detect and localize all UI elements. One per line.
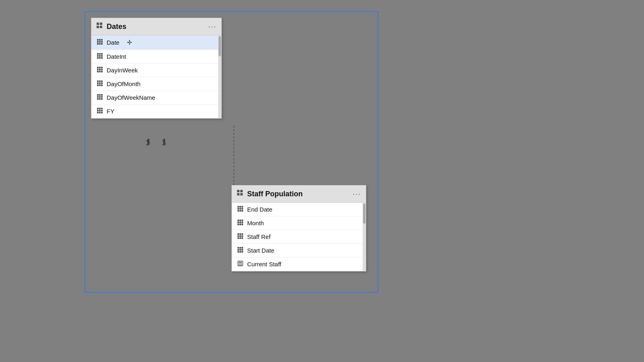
staff-grid-icon — [237, 189, 244, 198]
svg-rect-67 — [240, 193, 243, 195]
svg-rect-71 — [237, 208, 239, 210]
svg-rect-100 — [242, 249, 243, 251]
staff-card-header[interactable]: Staff Population ··· — [232, 185, 366, 203]
svg-rect-39 — [101, 80, 103, 82]
date-icon — [97, 39, 103, 46]
svg-rect-56 — [99, 108, 101, 109]
staff-field-enddate[interactable]: End Date — [232, 203, 366, 216]
svg-rect-105 — [239, 262, 242, 263]
svg-rect-75 — [239, 210, 241, 212]
dates-card-header[interactable]: Dates ··· — [91, 18, 221, 35]
dates-scroll-thumb — [219, 36, 221, 56]
svg-rect-48 — [101, 94, 103, 96]
svg-rect-45 — [101, 84, 103, 86]
svg-rect-64 — [237, 190, 239, 192]
svg-rect-62 — [99, 112, 101, 113]
svg-rect-34 — [97, 71, 99, 72]
svg-rect-87 — [239, 233, 241, 235]
dates-field-date-label: Date — [107, 39, 120, 46]
svg-rect-82 — [242, 222, 243, 223]
svg-rect-69 — [239, 206, 241, 208]
staff-field-startdate[interactable]: Start Date — [232, 244, 366, 257]
dates-field-dateint[interactable]: DateInt — [91, 50, 221, 64]
svg-rect-89 — [237, 235, 239, 237]
svg-rect-11 — [99, 39, 101, 41]
staff-field-month-label: Month — [247, 220, 264, 226]
svg-rect-14 — [99, 41, 101, 43]
svg-rect-90 — [239, 235, 241, 237]
svg-rect-32 — [99, 69, 101, 70]
svg-rect-35 — [99, 71, 101, 72]
svg-rect-16 — [97, 43, 99, 45]
dates-card-body: Date ✛ DateInt DayInWeek — [91, 35, 221, 118]
svg-rect-25 — [97, 57, 99, 59]
dates-scrollbar[interactable] — [218, 35, 221, 118]
svg-rect-78 — [239, 220, 241, 221]
dates-field-date[interactable]: Date ✛ — [91, 35, 221, 50]
relation-number-left: 1 — [146, 139, 150, 147]
svg-rect-43 — [97, 84, 99, 86]
svg-rect-72 — [239, 208, 241, 210]
svg-rect-102 — [239, 251, 241, 253]
svg-rect-98 — [237, 249, 239, 251]
svg-rect-51 — [101, 96, 103, 98]
svg-rect-54 — [101, 98, 103, 100]
svg-rect-18 — [101, 43, 103, 45]
dates-field-fy[interactable]: FY — [91, 105, 221, 118]
svg-rect-53 — [99, 98, 101, 100]
svg-rect-21 — [101, 53, 103, 55]
fy-icon — [97, 108, 103, 115]
staff-field-staffref[interactable]: Staff Ref — [232, 230, 366, 244]
staff-population-card: Staff Population ··· End Date Month — [231, 185, 366, 272]
svg-rect-81 — [239, 222, 241, 223]
dates-card-more-button[interactable]: ··· — [208, 23, 217, 31]
svg-rect-66 — [237, 193, 239, 195]
svg-rect-86 — [237, 233, 239, 235]
svg-rect-92 — [237, 237, 239, 239]
staff-card-more-button[interactable]: ··· — [353, 190, 361, 198]
canvas-selection-area: * * * 1 1 — [85, 11, 378, 293]
svg-rect-70 — [242, 206, 243, 208]
svg-rect-61 — [97, 112, 99, 113]
svg-rect-110 — [240, 265, 241, 265]
svg-rect-106 — [239, 263, 239, 264]
svg-rect-7 — [100, 23, 102, 25]
staff-scroll-thumb — [363, 204, 365, 224]
svg-rect-55 — [97, 108, 99, 109]
svg-rect-97 — [242, 247, 243, 249]
staff-field-currentstaff[interactable]: Current Staff — [232, 257, 366, 271]
svg-rect-19 — [97, 53, 99, 55]
svg-rect-99 — [239, 249, 241, 251]
dates-field-dayofmonth[interactable]: DayOfMonth — [91, 77, 221, 91]
dayofweekname-icon — [97, 94, 103, 101]
month-icon — [237, 220, 243, 226]
move-cursor-icon: ✛ — [127, 39, 132, 46]
dates-card-title: Dates — [107, 23, 205, 31]
dates-field-dayinweek-label: DayInWeek — [107, 67, 138, 74]
svg-rect-30 — [101, 67, 103, 68]
svg-rect-60 — [101, 110, 103, 111]
svg-rect-95 — [237, 247, 239, 249]
svg-rect-46 — [97, 94, 99, 96]
svg-rect-93 — [239, 237, 241, 239]
enddate-icon — [237, 206, 243, 213]
dayinweek-icon — [97, 67, 103, 74]
svg-rect-77 — [237, 220, 239, 221]
relation-number-right: 1 — [162, 139, 166, 147]
dates-field-dayofweekname[interactable]: DayOfWeekName — [91, 91, 221, 105]
svg-rect-84 — [239, 224, 241, 225]
svg-rect-83 — [237, 224, 239, 225]
staff-field-month[interactable]: Month — [232, 216, 366, 230]
svg-rect-63 — [101, 112, 103, 113]
svg-rect-13 — [97, 41, 99, 43]
dates-field-dayofweekname-label: DayOfWeekName — [107, 94, 155, 101]
svg-rect-12 — [101, 39, 103, 41]
svg-rect-26 — [99, 57, 101, 59]
dates-grid-icon — [96, 22, 103, 31]
svg-rect-68 — [237, 206, 239, 208]
staff-card-body: End Date Month Staff Ref S — [232, 203, 366, 271]
dates-field-dayinweek[interactable]: DayInWeek — [91, 64, 221, 77]
staff-scrollbar[interactable] — [363, 203, 366, 271]
svg-rect-74 — [237, 210, 239, 212]
svg-rect-27 — [101, 57, 103, 59]
